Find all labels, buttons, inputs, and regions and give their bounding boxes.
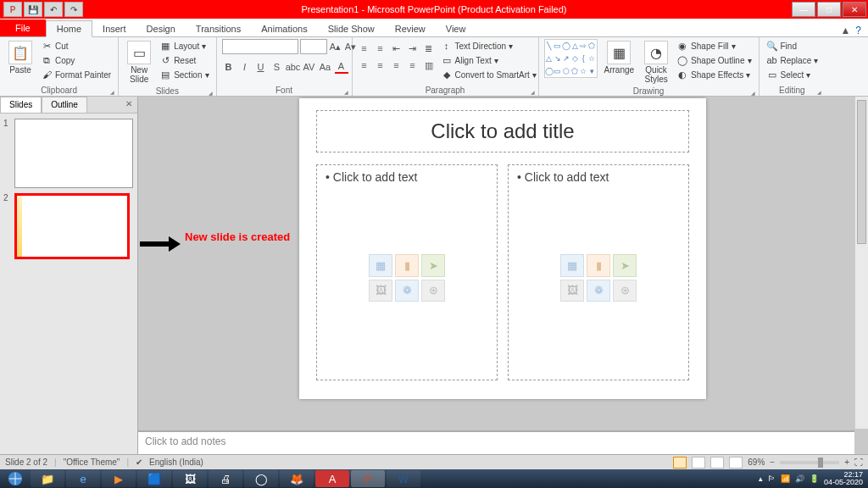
title-placeholder[interactable]: Click to add title bbox=[316, 110, 689, 152]
table-icon[interactable]: ▦ bbox=[560, 254, 584, 277]
tab-file[interactable]: File bbox=[0, 19, 46, 36]
taskbar-firefox[interactable]: 🦊 bbox=[280, 470, 314, 487]
tray-volume-icon[interactable]: 🔊 bbox=[795, 474, 804, 483]
fit-to-window-button[interactable]: ⛶ bbox=[854, 458, 863, 467]
replace-button[interactable]: abReplace ▾ bbox=[765, 53, 821, 67]
format-painter-button[interactable]: 🖌Format Painter bbox=[39, 68, 113, 81]
taskbar-explorer[interactable]: 📁 bbox=[31, 470, 64, 487]
media-icon[interactable]: ⊛ bbox=[421, 280, 445, 302]
align-text-button[interactable]: ▭Align Text ▾ bbox=[439, 53, 538, 67]
chart-icon[interactable]: ▮ bbox=[587, 254, 610, 277]
tray-network-icon[interactable]: 📶 bbox=[781, 474, 790, 483]
align-right-button[interactable]: ≡ bbox=[390, 58, 403, 72]
zoom-in-button[interactable]: + bbox=[844, 458, 849, 467]
numbering-button[interactable]: ≡ bbox=[374, 42, 387, 55]
sorter-view-button[interactable] bbox=[692, 457, 705, 469]
help-icon[interactable]: ? bbox=[855, 25, 861, 36]
tab-design[interactable]: Design bbox=[136, 21, 186, 36]
tab-view[interactable]: View bbox=[436, 21, 476, 36]
chart-icon[interactable]: ▮ bbox=[395, 254, 419, 277]
vertical-scrollbar[interactable] bbox=[854, 97, 868, 429]
tab-insert[interactable]: Insert bbox=[92, 21, 136, 36]
taskbar-powerpoint[interactable]: P bbox=[351, 470, 385, 487]
decrease-indent-button[interactable]: ⇤ bbox=[390, 42, 403, 55]
taskbar-chrome[interactable]: ◯ bbox=[244, 470, 278, 487]
cut-button[interactable]: ✂Cut bbox=[39, 39, 113, 53]
tray-action-center-icon[interactable]: 🏳 bbox=[768, 474, 776, 483]
arrange-button[interactable]: ▦ Arrange bbox=[601, 39, 638, 76]
copy-button[interactable]: ⧉Copy bbox=[39, 53, 113, 67]
table-icon[interactable]: ▦ bbox=[369, 254, 392, 277]
shape-effects-button[interactable]: ◐Shape Effects ▾ bbox=[675, 68, 753, 81]
slide-thumb-1[interactable]: 1 bbox=[3, 119, 134, 188]
close-pane-icon[interactable]: ✕ bbox=[120, 97, 137, 113]
clipart-icon[interactable]: ❁ bbox=[395, 280, 419, 302]
strikethrough-button[interactable]: S bbox=[270, 60, 284, 74]
taskbar-word[interactable]: W bbox=[387, 470, 420, 487]
convert-smartart-button[interactable]: ◆Convert to SmartArt ▾ bbox=[439, 68, 538, 81]
select-button[interactable]: ▭Select ▾ bbox=[765, 68, 821, 81]
slides-tab[interactable]: Slides bbox=[0, 97, 42, 113]
smartart-icon[interactable]: ➤ bbox=[421, 254, 445, 277]
text-direction-button[interactable]: ↕Text Direction ▾ bbox=[439, 39, 538, 53]
font-name-select[interactable] bbox=[222, 39, 298, 54]
slide-canvas[interactable]: Click to add title Click to add text ▦ ▮… bbox=[299, 98, 706, 399]
taskbar-ie[interactable]: e bbox=[66, 470, 100, 487]
media-icon[interactable]: ⊛ bbox=[613, 280, 637, 302]
tray-clock[interactable]: 22:17 04-05-2020 bbox=[824, 471, 863, 486]
reading-view-button[interactable] bbox=[710, 457, 724, 469]
zoom-slider[interactable] bbox=[780, 461, 839, 464]
grow-font-icon[interactable]: A▴ bbox=[329, 40, 342, 53]
columns-button[interactable]: ▥ bbox=[422, 58, 436, 72]
layout-button[interactable]: ▦Layout ▾ bbox=[158, 39, 210, 53]
picture-icon[interactable]: 🖼 bbox=[369, 280, 392, 302]
bullets-button[interactable]: ≡ bbox=[358, 42, 371, 55]
normal-view-button[interactable] bbox=[673, 457, 687, 469]
char-spacing-button[interactable]: AV bbox=[303, 60, 316, 74]
tray-show-hidden-icon[interactable]: ▴ bbox=[759, 474, 763, 483]
align-center-button[interactable]: ≡ bbox=[374, 58, 387, 72]
outline-tab[interactable]: Outline bbox=[42, 97, 87, 113]
tray-battery-icon[interactable]: 🔋 bbox=[810, 474, 819, 483]
shadow-button[interactable]: abc bbox=[287, 60, 300, 74]
taskbar-app3[interactable]: 🖨 bbox=[209, 470, 242, 487]
slide-thumb-2[interactable]: 2 bbox=[3, 193, 134, 259]
align-left-button[interactable]: ≡ bbox=[358, 58, 371, 72]
bold-button[interactable]: B bbox=[222, 60, 236, 74]
content-placeholder-left[interactable]: Click to add text ▦ ▮ ➤ 🖼 ❁ ⊛ bbox=[316, 164, 498, 380]
smartart-icon[interactable]: ➤ bbox=[613, 254, 637, 277]
shape-outline-button[interactable]: ◯Shape Outline ▾ bbox=[675, 53, 753, 67]
taskbar-app1[interactable]: 🟦 bbox=[137, 470, 171, 487]
shape-fill-button[interactable]: ◉Shape Fill ▾ bbox=[675, 39, 753, 53]
change-case-button[interactable]: Aa bbox=[319, 60, 332, 74]
paste-button[interactable]: 📋 Paste bbox=[5, 39, 36, 76]
increase-indent-button[interactable]: ⇥ bbox=[406, 42, 420, 55]
justify-button[interactable]: ≡ bbox=[406, 58, 420, 72]
shapes-gallery[interactable]: ╲▭◯△⇨⬠ △↘↗◇{☆ ◯▭⬡⬠☆▾ bbox=[544, 39, 598, 78]
font-size-select[interactable] bbox=[300, 39, 327, 54]
picture-icon[interactable]: 🖼 bbox=[560, 280, 584, 302]
tab-home[interactable]: Home bbox=[46, 20, 92, 37]
tab-review[interactable]: Review bbox=[385, 21, 436, 36]
zoom-level[interactable]: 69% bbox=[748, 458, 765, 467]
quick-styles-button[interactable]: ◔ Quick Styles bbox=[641, 39, 671, 86]
font-color-button[interactable]: A bbox=[335, 60, 348, 74]
underline-button[interactable]: U bbox=[254, 60, 268, 74]
taskbar-media[interactable]: ▶ bbox=[102, 470, 136, 487]
language-indicator[interactable]: English (India) bbox=[149, 458, 203, 467]
content-placeholder-right[interactable]: Click to add text ▦ ▮ ➤ 🖼 ❁ ⊛ bbox=[508, 164, 689, 380]
tab-slideshow[interactable]: Slide Show bbox=[318, 21, 385, 36]
tab-animations[interactable]: Animations bbox=[251, 21, 317, 36]
slideshow-view-button[interactable] bbox=[729, 457, 743, 469]
notes-pane[interactable]: Click to add notes bbox=[138, 430, 854, 454]
section-button[interactable]: ▤Section ▾ bbox=[158, 68, 210, 81]
start-button[interactable] bbox=[2, 470, 29, 487]
find-button[interactable]: 🔍Find bbox=[765, 39, 821, 53]
tab-transitions[interactable]: Transitions bbox=[186, 21, 251, 36]
clipart-icon[interactable]: ❁ bbox=[587, 280, 610, 302]
spellcheck-icon[interactable]: ✔ bbox=[136, 458, 142, 467]
taskbar-app2[interactable]: 🖼 bbox=[173, 470, 207, 487]
reset-button[interactable]: ↺Reset bbox=[158, 53, 210, 67]
line-spacing-button[interactable]: ≣ bbox=[422, 42, 436, 55]
new-slide-button[interactable]: ▭ New Slide bbox=[124, 39, 154, 86]
